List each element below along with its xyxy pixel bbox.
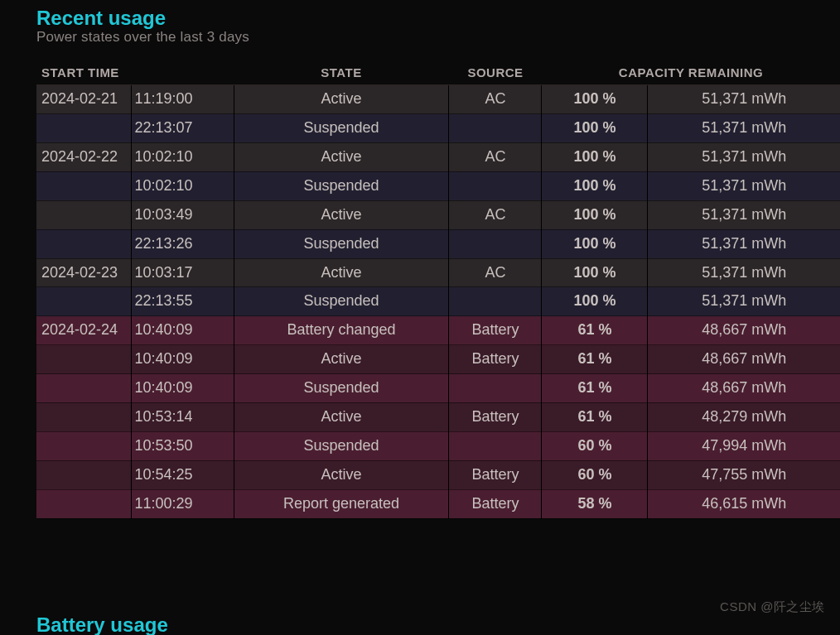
table-row: 22:13:26Suspended100 %51,371 mWh bbox=[36, 229, 840, 258]
cell-capacity-mwh: 48,667 mWh bbox=[648, 316, 840, 345]
cell-date bbox=[36, 200, 131, 229]
table-row: 2024-02-2310:03:17ActiveAC100 %51,371 mW… bbox=[36, 258, 840, 287]
col-start-time: START TIME bbox=[36, 60, 234, 85]
cell-capacity-pct: 100 % bbox=[542, 85, 648, 114]
cell-capacity-mwh: 51,371 mWh bbox=[648, 171, 840, 200]
cell-date bbox=[36, 345, 131, 374]
watermark: CSDN @阡之尘埃 bbox=[720, 599, 825, 615]
cell-capacity-mwh: 51,371 mWh bbox=[648, 287, 840, 316]
cell-state: Active bbox=[234, 460, 449, 489]
cell-capacity-pct: 61 % bbox=[542, 345, 648, 374]
cell-source: Battery bbox=[449, 402, 542, 431]
table-row: 10:02:10Suspended100 %51,371 mWh bbox=[36, 171, 840, 200]
cell-capacity-mwh: 48,667 mWh bbox=[648, 374, 840, 403]
table-row: 10:53:50Suspended60 %47,994 mWh bbox=[36, 431, 840, 460]
cell-time: 10:02:10 bbox=[131, 142, 234, 171]
cell-capacity-mwh: 48,279 mWh bbox=[648, 402, 840, 431]
cell-time: 22:13:07 bbox=[131, 114, 234, 143]
cell-capacity-pct: 61 % bbox=[542, 402, 648, 431]
cell-date bbox=[36, 229, 131, 258]
cell-state: Active bbox=[234, 142, 449, 171]
cell-date: 2024-02-22 bbox=[36, 142, 131, 171]
cell-source bbox=[449, 431, 542, 460]
cell-capacity-pct: 100 % bbox=[542, 258, 648, 287]
table-row: 22:13:07Suspended100 %51,371 mWh bbox=[36, 114, 840, 143]
cell-capacity-pct: 100 % bbox=[542, 229, 648, 258]
cell-state: Suspended bbox=[234, 229, 449, 258]
cell-source: Battery bbox=[449, 489, 542, 518]
col-state: STATE bbox=[234, 60, 449, 85]
cell-date bbox=[36, 374, 131, 403]
cell-time: 10:40:09 bbox=[131, 316, 234, 345]
cell-state: Report generated bbox=[234, 489, 449, 518]
cell-capacity-pct: 100 % bbox=[542, 171, 648, 200]
col-source: SOURCE bbox=[449, 60, 542, 85]
battery-usage-title: Battery usage bbox=[0, 612, 840, 635]
cell-state: Active bbox=[234, 85, 449, 114]
table-row: 11:00:29Report generatedBattery58 %46,61… bbox=[36, 489, 840, 518]
cell-time: 10:03:17 bbox=[131, 258, 234, 287]
cell-time: 10:54:25 bbox=[131, 460, 234, 489]
cell-date bbox=[36, 287, 131, 316]
table-row: 10:03:49ActiveAC100 %51,371 mWh bbox=[36, 200, 840, 229]
cell-source bbox=[449, 114, 542, 143]
cell-capacity-pct: 100 % bbox=[542, 200, 648, 229]
cell-state: Active bbox=[234, 258, 449, 287]
cell-state: Suspended bbox=[234, 431, 449, 460]
cell-source bbox=[449, 374, 542, 403]
cell-state: Suspended bbox=[234, 114, 449, 143]
cell-time: 10:03:49 bbox=[131, 200, 234, 229]
cell-capacity-pct: 61 % bbox=[542, 374, 648, 403]
table-row: 10:40:09ActiveBattery61 %48,667 mWh bbox=[36, 345, 840, 374]
cell-state: Suspended bbox=[234, 287, 449, 316]
cell-state: Active bbox=[234, 345, 449, 374]
battery-usage-section: Battery usage Battery drains over the la… bbox=[0, 612, 840, 635]
cell-time: 11:00:29 bbox=[131, 489, 234, 518]
cell-source: Battery bbox=[449, 345, 542, 374]
table-row: 10:40:09Suspended61 %48,667 mWh bbox=[36, 374, 840, 403]
cell-date: 2024-02-21 bbox=[36, 85, 131, 114]
cell-source bbox=[449, 229, 542, 258]
cell-date bbox=[36, 114, 131, 143]
cell-source bbox=[449, 171, 542, 200]
cell-capacity-pct: 100 % bbox=[542, 114, 648, 143]
cell-capacity-mwh: 48,667 mWh bbox=[648, 345, 840, 374]
table-header-row: START TIME STATE SOURCE CAPACITY REMAINI… bbox=[36, 60, 840, 85]
col-capacity: CAPACITY REMAINING bbox=[542, 60, 840, 85]
cell-source: AC bbox=[449, 200, 542, 229]
cell-date: 2024-02-24 bbox=[36, 316, 131, 345]
cell-state: Suspended bbox=[234, 171, 449, 200]
cell-date bbox=[36, 460, 131, 489]
cell-time: 10:53:50 bbox=[131, 431, 234, 460]
cell-source: Battery bbox=[449, 316, 542, 345]
cell-state: Battery changed bbox=[234, 316, 449, 345]
cell-date bbox=[36, 431, 131, 460]
cell-capacity-pct: 60 % bbox=[542, 431, 648, 460]
cell-capacity-mwh: 51,371 mWh bbox=[648, 85, 840, 114]
cell-source: AC bbox=[449, 258, 542, 287]
cell-capacity-mwh: 51,371 mWh bbox=[648, 229, 840, 258]
cell-capacity-mwh: 46,615 mWh bbox=[648, 489, 840, 518]
cell-capacity-pct: 58 % bbox=[542, 489, 648, 518]
recent-usage-table: START TIME STATE SOURCE CAPACITY REMAINI… bbox=[36, 60, 840, 518]
cell-state: Active bbox=[234, 200, 449, 229]
cell-source: AC bbox=[449, 85, 542, 114]
cell-state: Active bbox=[234, 402, 449, 431]
table-row: 2024-02-2111:19:00ActiveAC100 %51,371 mW… bbox=[36, 85, 840, 114]
cell-capacity-mwh: 51,371 mWh bbox=[648, 200, 840, 229]
cell-time: 22:13:26 bbox=[131, 229, 234, 258]
cell-time: 22:13:55 bbox=[131, 287, 234, 316]
cell-time: 10:40:09 bbox=[131, 374, 234, 403]
cell-time: 10:02:10 bbox=[131, 171, 234, 200]
recent-usage-section: Recent usage Power states over the last … bbox=[0, 5, 840, 519]
cell-capacity-pct: 60 % bbox=[542, 460, 648, 489]
table-row: 2024-02-2410:40:09Battery changedBattery… bbox=[36, 316, 840, 345]
cell-date: 2024-02-23 bbox=[36, 258, 131, 287]
cell-capacity-mwh: 47,994 mWh bbox=[648, 431, 840, 460]
cell-capacity-mwh: 47,755 mWh bbox=[648, 460, 840, 489]
cell-capacity-mwh: 51,371 mWh bbox=[648, 142, 840, 171]
cell-time: 10:53:14 bbox=[131, 402, 234, 431]
recent-usage-subtitle: Power states over the last 3 days bbox=[0, 29, 840, 46]
table-row: 10:54:25ActiveBattery60 %47,755 mWh bbox=[36, 460, 840, 489]
cell-date bbox=[36, 171, 131, 200]
